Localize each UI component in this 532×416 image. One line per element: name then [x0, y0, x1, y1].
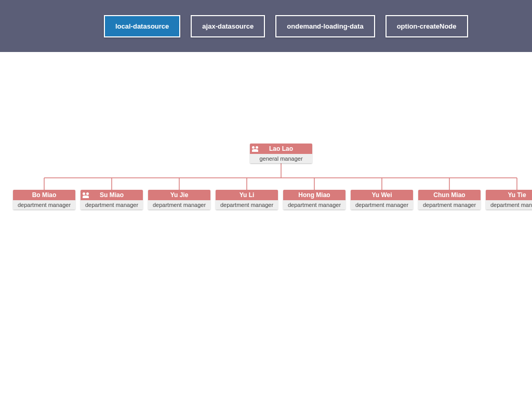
node-title: department manager — [283, 200, 345, 210]
group-icon — [252, 145, 258, 154]
node-child-5[interactable]: Yu Weidepartment manager — [351, 190, 413, 210]
node-child-2[interactable]: Yu Jiedepartment manager — [148, 190, 210, 210]
node-name: Hong Miao — [298, 191, 330, 199]
node-child-0[interactable]: Bo Miaodepartment manager — [13, 190, 75, 210]
node-title: department manager — [81, 200, 143, 210]
tab-ondemand-loading-data[interactable]: ondemand-loading-data — [275, 15, 375, 37]
node-root[interactable]: Lao Laogeneral manager — [250, 144, 312, 163]
node-name: Yu Jie — [170, 191, 189, 199]
node-name: Yu Li — [240, 191, 255, 199]
node-name: Su Miao — [100, 191, 124, 199]
node-title: department manager — [148, 200, 210, 210]
tab-option-createNode[interactable]: option-createNode — [385, 15, 468, 37]
node-name: Yu Tie — [508, 191, 526, 199]
node-title: general manager — [250, 154, 312, 163]
node-title: department manager — [216, 200, 278, 210]
org-chart: Lao Laogeneral managerBo Miaodepartment … — [0, 52, 532, 416]
top-nav: local-datasourceajax-datasourceondemand-… — [0, 0, 532, 52]
node-name: Bo Miao — [32, 191, 57, 199]
node-child-7[interactable]: Yu Tiedepartment manager — [486, 190, 532, 210]
node-child-3[interactable]: Yu Lidepartment manager — [216, 190, 278, 210]
tab-local-datasource[interactable]: local-datasource — [104, 15, 180, 37]
group-icon — [83, 191, 89, 200]
node-title: department manager — [486, 200, 532, 210]
node-title: department manager — [13, 200, 75, 210]
node-child-6[interactable]: Chun Miaodepartment manager — [418, 190, 481, 210]
node-child-1[interactable]: Su Miaodepartment manager — [81, 190, 143, 210]
node-name: Lao Lao — [269, 145, 293, 152]
node-name: Yu Wei — [371, 191, 392, 199]
node-title: department manager — [351, 200, 413, 210]
tab-ajax-datasource[interactable]: ajax-datasource — [191, 15, 265, 37]
node-title: department manager — [418, 200, 481, 210]
node-name: Chun Miao — [433, 191, 465, 199]
node-child-4[interactable]: Hong Miaodepartment manager — [283, 190, 345, 210]
